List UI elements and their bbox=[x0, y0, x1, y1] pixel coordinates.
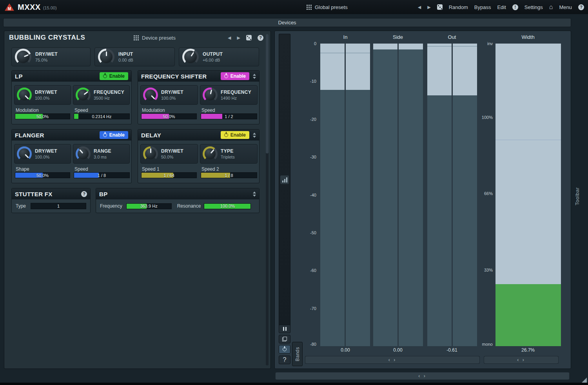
flanger-shape-slider[interactable]: 50.0% bbox=[15, 172, 70, 178]
power-icon bbox=[103, 133, 107, 137]
flanger-speed-slider[interactable]: 1 / 8 bbox=[74, 172, 130, 178]
knob-label: FREQUENCY bbox=[94, 89, 124, 95]
detach-window-button[interactable] bbox=[279, 335, 290, 343]
bp-resonance-slider[interactable]: 100.0% bbox=[204, 203, 251, 209]
meter-side-slider[interactable] bbox=[279, 34, 290, 326]
fs-drywet-knob[interactable] bbox=[143, 88, 158, 102]
power-icon bbox=[283, 347, 287, 351]
tab-devices[interactable]: Devices bbox=[3, 18, 571, 27]
pause-button[interactable] bbox=[279, 325, 290, 333]
meter-out-left bbox=[427, 44, 452, 346]
delay-speed1-slider[interactable]: 1 / 64 bbox=[141, 172, 197, 178]
meter-header-in: In bbox=[343, 34, 348, 40]
delay-type-knob[interactable] bbox=[203, 146, 218, 161]
bar-label: Speed 1 bbox=[142, 166, 160, 172]
knob-label: TYPE bbox=[221, 148, 235, 154]
module-title: STUTTER FX bbox=[15, 191, 81, 197]
device-prev-button[interactable]: ◀ bbox=[228, 35, 231, 40]
random-button[interactable]: Random bbox=[449, 4, 468, 10]
module-title: FREQUENCY SHIFTER bbox=[141, 73, 221, 80]
menu-button[interactable]: Menu bbox=[559, 4, 572, 10]
device-panel-scrollbar[interactable] bbox=[266, 34, 269, 365]
next-preset-button[interactable]: ▶ bbox=[427, 5, 430, 10]
edit-button[interactable]: Edit bbox=[497, 4, 506, 10]
knob-value: 100.0% bbox=[35, 96, 57, 100]
master-input-box: INPUT 0.00 dB bbox=[94, 47, 175, 66]
window-bottom-edge bbox=[0, 383, 588, 385]
knob-value: 75.0% bbox=[35, 58, 58, 62]
readout-width: 26.7% bbox=[521, 347, 535, 353]
power-icon bbox=[224, 133, 228, 137]
meter-power-button[interactable] bbox=[279, 345, 290, 354]
meter-side-left bbox=[373, 44, 397, 346]
flanger-enable-button[interactable]: Enable bbox=[100, 131, 128, 139]
bar-label: Modulation bbox=[16, 108, 39, 113]
meter-help-button[interactable]: ? bbox=[279, 356, 290, 364]
meter-in-left bbox=[320, 44, 345, 346]
bar-label: Speed bbox=[74, 166, 88, 172]
freq-shifter-enable-button[interactable]: Enable bbox=[221, 72, 249, 80]
home-icon[interactable]: ⌂ bbox=[549, 4, 553, 11]
lp-modulation-slider[interactable]: 50.0% bbox=[15, 113, 70, 119]
mxxx-window: M MXXX (15.00) Global presets ◀ ▶ Random… bbox=[0, 0, 588, 385]
lp-frequency-knob[interactable] bbox=[76, 88, 91, 102]
device-presets-button[interactable]: Device presets bbox=[134, 35, 228, 41]
fs-modulation-slider[interactable]: 50.0% bbox=[141, 113, 197, 119]
help-icon[interactable]: ? bbox=[578, 4, 584, 10]
meter-hscrollbar-left[interactable]: ‹ › bbox=[305, 356, 480, 364]
bottom-hscrollbar[interactable]: ‹ › bbox=[275, 372, 570, 380]
bp-frequency-slider[interactable]: 363.9 Hz bbox=[126, 203, 172, 209]
module-title: BP bbox=[99, 191, 249, 197]
app-title: MXXX bbox=[18, 3, 41, 12]
prev-preset-button[interactable]: ◀ bbox=[418, 5, 421, 10]
meter-header-width: Width bbox=[521, 34, 534, 40]
knob-value: 100.0% bbox=[35, 155, 57, 159]
power-icon bbox=[224, 74, 228, 78]
module-stutter-fx: STUTTER FX ? Type 1 bbox=[11, 188, 91, 213]
module-reorder-stepper[interactable] bbox=[253, 74, 256, 79]
knob-label: OUTPUT bbox=[203, 51, 223, 57]
fs-speed-slider[interactable]: 1 / 2 bbox=[201, 113, 257, 119]
flanger-range-knob[interactable] bbox=[76, 146, 91, 161]
master-drywet-box: DRY/WET 75.0% bbox=[11, 47, 91, 66]
knob-label: DRY/WET bbox=[35, 148, 57, 154]
random-dice-icon[interactable] bbox=[437, 4, 443, 10]
knob-value: Triplets bbox=[221, 155, 235, 159]
readout-in: 0.00 bbox=[341, 347, 350, 353]
meter-width bbox=[495, 44, 561, 346]
knob-label: DRY/WET bbox=[35, 89, 57, 95]
lp-drywet-knob[interactable] bbox=[17, 88, 32, 102]
lp-enable-button[interactable]: Enable bbox=[100, 72, 128, 80]
stutter-type-field[interactable]: 1 bbox=[31, 203, 86, 209]
delay-speed2-slider[interactable]: 1 / 8 bbox=[201, 172, 257, 178]
lp-speed-slider[interactable]: 0.2314 Hz bbox=[74, 113, 130, 119]
knob-value: 50.0% bbox=[161, 155, 183, 159]
module-bp: BP Frequency 363.9 Hz Resonance 100.0% bbox=[96, 188, 260, 213]
master-output-knob[interactable] bbox=[182, 49, 199, 65]
tab-bands[interactable]: Bands bbox=[292, 342, 303, 366]
knob-label: FREQUENCY bbox=[221, 89, 251, 95]
alert-icon[interactable]: ! bbox=[512, 4, 518, 10]
module-reorder-stepper[interactable] bbox=[253, 192, 256, 197]
global-presets-button[interactable]: Global presets bbox=[307, 0, 348, 14]
delay-drywet-knob[interactable] bbox=[143, 146, 158, 161]
master-drywet-knob[interactable] bbox=[15, 49, 31, 65]
stutter-help-icon[interactable]: ? bbox=[81, 191, 87, 197]
master-input-knob[interactable] bbox=[98, 49, 114, 65]
bar-label: Shape bbox=[16, 166, 29, 172]
knob-label: DRY/WET bbox=[161, 89, 183, 95]
meter-mode-icon[interactable] bbox=[280, 175, 289, 184]
device-help-icon[interactable]: ? bbox=[258, 35, 263, 41]
titlebar-controls: ◀ ▶ Random Bypass Edit ! Settings ⌂ Menu… bbox=[418, 0, 584, 14]
bypass-button[interactable]: Bypass bbox=[474, 4, 491, 10]
resize-grip[interactable] bbox=[582, 378, 587, 383]
delay-enable-button[interactable]: Enable bbox=[221, 131, 249, 139]
settings-button[interactable]: Settings bbox=[524, 4, 543, 10]
device-random-icon[interactable] bbox=[246, 35, 252, 40]
meter-hscrollbar-right[interactable]: ‹ › bbox=[484, 356, 559, 364]
fs-frequency-knob[interactable] bbox=[203, 88, 218, 102]
device-next-button[interactable]: ▶ bbox=[237, 35, 240, 40]
module-reorder-stepper[interactable] bbox=[253, 133, 256, 138]
tab-toolbar[interactable]: Toolbar bbox=[572, 177, 582, 215]
flanger-drywet-knob[interactable] bbox=[17, 146, 32, 161]
